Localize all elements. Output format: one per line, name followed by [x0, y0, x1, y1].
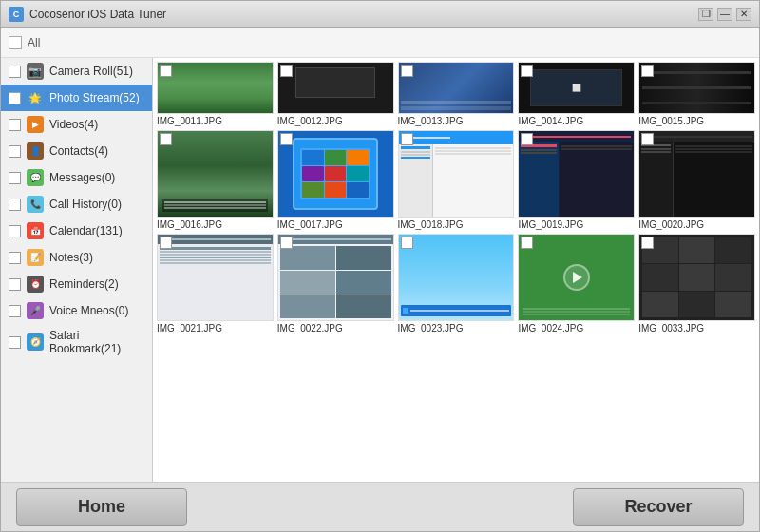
sidebar-check-messages[interactable] [9, 172, 21, 184]
image-cell-0018[interactable]: IMG_0018.JPG [398, 130, 515, 230]
sidebar-check-calendar[interactable] [9, 225, 21, 238]
voice-memos-icon: 🎤 [27, 302, 44, 319]
sidebar-check-contacts[interactable] [9, 145, 21, 158]
img-checkbox-0016[interactable] [160, 133, 172, 145]
sidebar-check-call-history[interactable] [9, 199, 21, 211]
sidebar: 📷 Camera Roll(51) 🌟 Photo Stream(52) ▶ V… [1, 58, 153, 482]
image-cell-0024[interactable]: IMG_0024.JPG [518, 234, 635, 333]
sidebar-check-safari[interactable] [9, 336, 21, 349]
sidebar-label-voice-memos: Voice Mneos(0) [49, 304, 128, 317]
thumbnail-0016[interactable] [157, 130, 274, 218]
sidebar-label-reminders: Reminders(2) [49, 277, 119, 291]
sidebar-check-voice-memos[interactable] [9, 305, 21, 317]
img-label-0017: IMG_0017.JPG [277, 219, 394, 230]
toolbar: All [1, 28, 759, 58]
recover-button[interactable]: Recover [573, 488, 744, 526]
thumbnail-0021[interactable] [157, 234, 274, 321]
close-button[interactable]: ✕ [736, 8, 751, 21]
img-label-0023: IMG_0023.JPG [398, 323, 515, 333]
sidebar-item-videos[interactable]: ▶ Videos(4) [1, 111, 152, 138]
thumbnail-0019[interactable] [518, 130, 635, 218]
image-cell-0022[interactable]: IMG_0022.JPG [277, 234, 394, 333]
sidebar-check-reminders[interactable] [9, 278, 21, 291]
img-label-0013: IMG_0013.JPG [398, 116, 515, 126]
videos-icon: ▶ [27, 116, 44, 133]
thumbnail-0022[interactable] [277, 234, 394, 321]
img-checkbox-0033[interactable] [641, 237, 654, 249]
image-cell-0033[interactable]: IMG_0033.JPG [638, 234, 755, 333]
app-title: Cocosenor iOS Data Tuner [29, 8, 698, 21]
thumbnail-0020[interactable] [638, 130, 755, 218]
thumbnail-0017[interactable] [277, 130, 394, 218]
thumbnail-0014[interactable]: ⬜ [518, 62, 635, 114]
window-controls: ❐ — ✕ [698, 8, 751, 21]
sidebar-label-contacts: Contacts(4) [49, 144, 108, 158]
sidebar-item-reminders[interactable]: ⏰ Reminders(2) [1, 271, 152, 297]
thumbnail-0011[interactable] [157, 62, 274, 114]
thumbnail-0033[interactable] [638, 234, 755, 321]
img-checkbox-0024[interactable] [521, 237, 533, 249]
image-cell-0011[interactable]: IMG_0011.JPG [157, 62, 274, 126]
img-checkbox-0017[interactable] [280, 133, 293, 145]
image-cell-0017[interactable]: IMG_0017.JPG [277, 130, 394, 230]
img-checkbox-0015[interactable] [641, 65, 654, 77]
img-checkbox-0021[interactable] [160, 237, 172, 249]
img-checkbox-0023[interactable] [401, 237, 413, 249]
image-cell-0015[interactable]: IMG_0015.JPG [638, 62, 755, 126]
calendar-icon: 📅 [27, 222, 44, 239]
img-checkbox-0013[interactable] [401, 65, 413, 77]
image-cell-0016[interactable]: IMG_0016.JPG [157, 130, 274, 230]
home-button[interactable]: Home [16, 488, 187, 526]
sidebar-item-photo-stream[interactable]: 🌟 Photo Stream(52) [1, 85, 152, 111]
thumbnail-0013[interactable] [398, 62, 515, 114]
footer: Home Recover [1, 482, 759, 531]
main-window: C Cocosenor iOS Data Tuner ❐ — ✕ All 📷 C… [0, 0, 760, 532]
sidebar-item-contacts[interactable]: 👤 Contacts(4) [1, 138, 152, 164]
img-label-0021: IMG_0021.JPG [157, 323, 274, 333]
thumbnail-0012[interactable] [277, 62, 394, 114]
sidebar-item-camera-roll[interactable]: 📷 Camera Roll(51) [1, 58, 152, 85]
reminders-icon: ⏰ [27, 276, 44, 293]
img-label-0020: IMG_0020.JPG [638, 219, 755, 230]
app-icon: C [9, 7, 24, 22]
sidebar-item-safari-bookmark[interactable]: 🧭 Safari Bookmark(21) [1, 324, 152, 360]
sidebar-item-calendar[interactable]: 📅 Calendar(131) [1, 218, 152, 244]
img-checkbox-0014[interactable] [521, 65, 533, 77]
image-cell-0014[interactable]: ⬜ IMG_0014.JPG [518, 62, 635, 126]
img-checkbox-0019[interactable] [521, 133, 533, 145]
image-cell-0020[interactable]: IMG_0020.JPG [638, 130, 755, 230]
img-label-0018: IMG_0018.JPG [398, 219, 515, 230]
thumbnail-0015[interactable] [638, 62, 755, 114]
sidebar-check-photo-stream[interactable] [9, 92, 21, 104]
thumbnail-0023[interactable] [398, 234, 515, 321]
image-grid: IMG_0011.JPG IMG_0012.JPG [157, 62, 755, 333]
sidebar-item-call-history[interactable]: 📞 Call History(0) [1, 191, 152, 218]
sidebar-item-voice-memos[interactable]: 🎤 Voice Mneos(0) [1, 297, 152, 324]
img-label-0019: IMG_0019.JPG [518, 219, 635, 230]
content-area[interactable]: IMG_0011.JPG IMG_0012.JPG [153, 58, 759, 482]
img-checkbox-0022[interactable] [280, 237, 293, 249]
image-cell-0013[interactable]: IMG_0013.JPG [398, 62, 515, 126]
svg-text:C: C [13, 10, 20, 19]
sidebar-check-videos[interactable] [9, 119, 21, 131]
sidebar-item-notes[interactable]: 📝 Notes(3) [1, 244, 152, 271]
minimize-button[interactable]: — [717, 8, 732, 21]
thumbnail-0018[interactable] [398, 130, 515, 218]
select-all-checkbox[interactable] [9, 36, 22, 49]
restore-button[interactable]: ❐ [698, 8, 713, 21]
sidebar-check-notes[interactable] [9, 252, 21, 264]
thumbnail-0024[interactable] [518, 234, 635, 321]
img-checkbox-0020[interactable] [641, 133, 654, 145]
image-cell-0012[interactable]: IMG_0012.JPG [277, 62, 394, 126]
image-cell-0023[interactable]: IMG_0023.JPG [398, 234, 515, 333]
img-checkbox-0012[interactable] [280, 65, 293, 77]
sidebar-item-messages[interactable]: 💬 Messages(0) [1, 164, 152, 191]
sidebar-check-camera-roll[interactable] [9, 66, 21, 78]
titlebar: C Cocosenor iOS Data Tuner ❐ — ✕ [1, 1, 759, 28]
img-label-0016: IMG_0016.JPG [157, 219, 274, 230]
img-checkbox-0011[interactable] [160, 65, 172, 77]
image-cell-0021[interactable]: IMG_0021.JPG [157, 234, 274, 333]
img-checkbox-0018[interactable] [401, 133, 413, 145]
image-cell-0019[interactable]: IMG_0019.JPG [518, 130, 635, 230]
sidebar-label-calendar: Calendar(131) [49, 224, 123, 238]
